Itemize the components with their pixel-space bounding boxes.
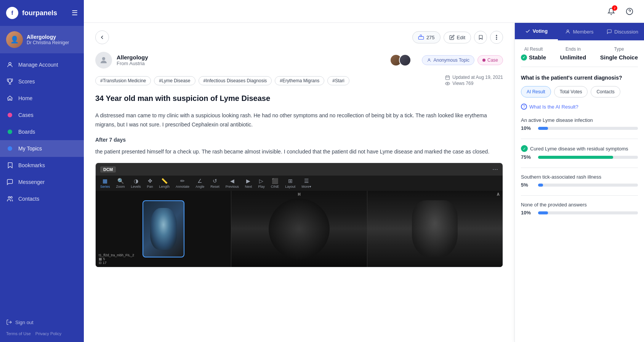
scan-panel-2: H	[231, 191, 367, 267]
trophy-icon	[6, 78, 14, 85]
image-more-button[interactable]: ···	[492, 165, 498, 173]
sign-out-label: Sign out	[15, 320, 34, 325]
result-tab-ai[interactable]: AI Result	[521, 86, 551, 97]
vote-bar-fill-3	[538, 184, 543, 187]
dcm-badge: DCM	[100, 166, 116, 173]
article-badges: Anonymous Topic Case	[422, 55, 503, 65]
case-label: Case	[487, 58, 498, 63]
author-from: From Austria	[117, 61, 148, 66]
more-options-button[interactable]	[490, 31, 503, 44]
scan-panel-1: t1_fl2d_tra_mbh_FIL_2 ▦ 5 ⊟ 17	[96, 191, 231, 267]
vote-option-1: An active Lyme disease infection 10%	[521, 117, 638, 131]
ai-result-link[interactable]: ? What Is the AI Result?	[521, 104, 638, 110]
result-tab-contacts[interactable]: Contacts	[591, 86, 620, 97]
sign-out-button[interactable]: Sign out	[6, 316, 78, 328]
reset-control[interactable]: ↺ Reset	[210, 178, 219, 189]
sidebar-item-home[interactable]: Home	[0, 90, 84, 107]
board-avatar	[95, 52, 112, 69]
back-button[interactable]	[95, 30, 109, 44]
edit-button[interactable]: Edit	[444, 32, 471, 43]
user-profile[interactable]: 👤 Allergology Dr Christina Reiniger	[0, 26, 84, 53]
people-icon	[6, 195, 14, 203]
svg-point-9	[496, 38, 497, 40]
boards-dot-icon	[6, 128, 14, 136]
tag-1[interactable]: #Transfusion Medicine	[95, 76, 151, 85]
vote-pct-2: 75%	[521, 154, 534, 160]
svg-point-10	[102, 57, 105, 60]
type-col: Type Single Choice	[600, 46, 638, 61]
anonymous-badge: Anonymous Topic	[422, 55, 474, 65]
updated-at: Updated at Aug 19, 2021	[452, 75, 503, 80]
chat-icon	[6, 178, 14, 186]
angle-control[interactable]: ∠ Angle	[195, 178, 204, 189]
layout-control[interactable]: ⊞ Layout	[285, 178, 295, 189]
correct-check-icon: ✓	[521, 145, 528, 152]
annotate-control[interactable]: ✏ Annotate	[176, 178, 189, 189]
help-button[interactable]	[623, 5, 636, 18]
vote-bar-row-1: 10%	[521, 125, 638, 131]
pan-control[interactable]: ✥ Pan	[147, 178, 153, 189]
votes-button[interactable]: 275	[412, 31, 441, 43]
series-name: t1_fl2d_tra_mbh_FIL_2	[99, 253, 134, 257]
svg-rect-6	[418, 37, 423, 39]
vote-divider-2	[521, 168, 638, 168]
terms-link[interactable]: Terms of Use	[6, 331, 31, 336]
levels-control[interactable]: ◑ Levels	[131, 178, 141, 189]
bookmark-button[interactable]	[474, 31, 487, 44]
hamburger-menu-icon[interactable]: ☰	[72, 9, 78, 17]
tab-voting[interactable]: Voting	[515, 23, 558, 40]
voting-panel: Voting Members Discussion AI Result	[514, 23, 644, 342]
sidebar-item-my-topics[interactable]: My Topics	[0, 140, 84, 157]
ai-link-label: What Is the AI Result?	[529, 104, 578, 110]
home-icon	[6, 94, 14, 102]
sidebar-item-boards[interactable]: Boards	[0, 123, 84, 140]
sidebar-item-cases[interactable]: Cases	[0, 107, 84, 123]
sidebar-item-manage-account[interactable]: Manage Account	[0, 56, 84, 73]
tag-5[interactable]: #Stari	[327, 76, 349, 85]
stable-check-icon: ✓	[521, 54, 527, 61]
play-control[interactable]: ▷ Play	[258, 178, 265, 189]
unlimited-value: Unlimited	[560, 54, 586, 61]
prev-control[interactable]: ◀ Previous	[226, 178, 239, 189]
author-section: Allergology From Austria Anonymous Topic…	[95, 52, 503, 69]
sidebar-item-label: Boards	[18, 129, 35, 135]
next-control[interactable]: ▶ Next	[245, 178, 252, 189]
vote-label-4: None of the provided answers	[521, 202, 638, 208]
svg-point-11	[428, 59, 430, 60]
vote-bar-bg-2	[538, 156, 638, 159]
article-actions: 275 Edit	[412, 31, 503, 44]
notifications-button[interactable]: 2	[604, 5, 618, 18]
privacy-link[interactable]: Privacy Policy	[35, 331, 61, 336]
zoom-control[interactable]: 🔍 Zoom	[116, 178, 125, 189]
svg-point-2	[11, 197, 13, 198]
more-control[interactable]: ☰ More▾	[301, 178, 311, 189]
cine-control[interactable]: ⬛ CINE	[271, 178, 279, 189]
series-control[interactable]: ▦ Series	[100, 178, 110, 189]
avatar: 👤	[6, 31, 23, 48]
sidebar-item-contacts[interactable]: Contacts	[0, 190, 84, 207]
vote-pct-1: 10%	[521, 125, 534, 131]
tab-discussion[interactable]: Discussion	[601, 23, 644, 40]
sidebar-item-messenger[interactable]: Messenger	[0, 174, 84, 190]
user-subtitle: Dr Christina Reiniger	[27, 40, 69, 45]
section-label: After 7 days	[95, 136, 503, 145]
series-count: ▦ 5	[99, 257, 134, 261]
footer-links: Terms of Use Privacy Policy	[6, 331, 78, 336]
tab-members-label: Members	[573, 29, 593, 35]
svg-point-1	[8, 197, 10, 198]
voting-meta: AI Result ✓ Stable Ends in Unlimited Typ…	[521, 46, 638, 67]
length-control[interactable]: 📏 Length	[159, 178, 170, 189]
tab-members[interactable]: Members	[558, 23, 601, 40]
vote-label-3: Southern tick-associated rash illness	[521, 174, 638, 180]
sidebar-item-bookmarks[interactable]: Bookmarks	[0, 157, 84, 174]
tag-2[interactable]: #Lyme Disease	[154, 76, 195, 85]
vote-divider-3	[521, 195, 638, 196]
type-label: Type	[600, 46, 638, 52]
vote-bar-fill-2	[538, 156, 613, 159]
result-tab-total[interactable]: Total Votes	[554, 86, 588, 97]
tag-4[interactable]: #Erythema Migrans	[275, 76, 324, 85]
app-logo[interactable]: f	[6, 7, 18, 19]
avatar-image: 👤	[6, 31, 23, 48]
sidebar-item-scores[interactable]: Scores	[0, 73, 84, 90]
tag-3[interactable]: #Infectious Diseases Diagnosis	[199, 76, 272, 85]
